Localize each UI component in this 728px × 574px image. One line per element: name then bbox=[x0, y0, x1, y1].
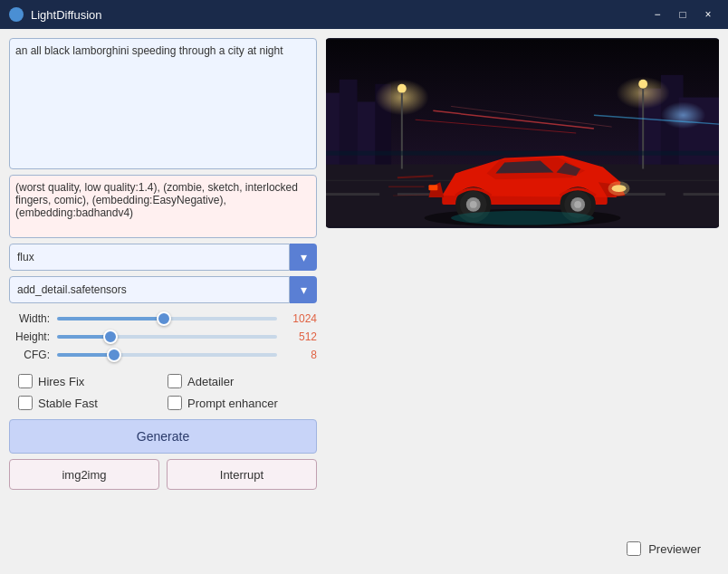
stable-fast-row: Stable Fast bbox=[18, 396, 158, 410]
width-slider[interactable] bbox=[57, 317, 277, 320]
prompt-enhancer-row: Prompt enhancer bbox=[168, 396, 308, 410]
svg-point-40 bbox=[574, 201, 581, 208]
stable-fast-label: Stable Fast bbox=[38, 397, 98, 410]
svg-rect-45 bbox=[326, 151, 719, 156]
width-value: 1024 bbox=[284, 312, 317, 325]
model-display[interactable]: flux bbox=[9, 244, 290, 271]
stable-fast-checkbox[interactable] bbox=[18, 396, 33, 410]
window-title: LightDiffusion bbox=[31, 8, 647, 22]
checkboxes-section: Hires Fix Adetailer Stable Fast Prompt e… bbox=[9, 370, 317, 414]
app-content: flux ▾ add_detail.safetensors ▾ Width: 1… bbox=[0, 29, 728, 574]
width-slider-row: Width: 1024 bbox=[9, 312, 317, 325]
svg-rect-22 bbox=[326, 193, 379, 196]
adetailer-label: Adetailer bbox=[187, 375, 234, 388]
hires-fix-checkbox[interactable] bbox=[18, 374, 33, 388]
lora-dropdown-btn[interactable]: ▾ bbox=[290, 276, 317, 303]
cfg-value: 8 bbox=[284, 349, 317, 361]
model-dropdown-btn[interactable]: ▾ bbox=[290, 244, 317, 271]
interrupt-button[interactable]: Interrupt bbox=[167, 459, 317, 490]
svg-point-36 bbox=[470, 201, 477, 208]
hires-fix-row: Hires Fix bbox=[18, 374, 158, 388]
svg-point-19 bbox=[661, 101, 705, 129]
svg-point-31 bbox=[608, 181, 630, 196]
height-slider-row: Height: 512 bbox=[9, 330, 317, 343]
generate-button[interactable]: Generate bbox=[9, 419, 317, 454]
prompt-enhancer-label: Prompt enhancer bbox=[187, 397, 278, 410]
maximize-button[interactable]: □ bbox=[672, 5, 694, 24]
adetailer-row: Adetailer bbox=[168, 374, 308, 388]
left-panel: flux ▾ add_detail.safetensors ▾ Width: 1… bbox=[9, 38, 317, 565]
right-panel: Previewer bbox=[326, 38, 719, 565]
svg-point-12 bbox=[398, 84, 407, 93]
image-preview bbox=[326, 38, 719, 228]
svg-rect-32 bbox=[428, 185, 437, 190]
previewer-row: Previewer bbox=[326, 538, 719, 565]
height-label: Height: bbox=[9, 330, 50, 343]
svg-rect-27 bbox=[684, 193, 719, 196]
svg-point-44 bbox=[451, 211, 594, 225]
previewer-label: Previewer bbox=[648, 542, 701, 556]
close-button[interactable]: × bbox=[697, 5, 719, 24]
adetailer-checkbox[interactable] bbox=[168, 374, 182, 388]
height-value: 512 bbox=[284, 330, 317, 343]
right-spacer bbox=[326, 235, 719, 531]
window-controls: − □ × bbox=[647, 5, 719, 24]
width-label: Width: bbox=[9, 312, 50, 325]
app-icon bbox=[9, 7, 24, 22]
positive-prompt-input[interactable] bbox=[9, 38, 317, 169]
car-image-svg bbox=[326, 38, 719, 228]
cfg-slider-row: CFG: 8 bbox=[9, 349, 317, 361]
lora-display[interactable]: add_detail.safetensors bbox=[9, 276, 290, 303]
height-slider[interactable] bbox=[57, 335, 277, 339]
negative-prompt-input[interactable] bbox=[9, 175, 317, 238]
sliders-section: Width: 1024 Height: 512 CFG: 8 bbox=[9, 309, 317, 365]
svg-point-15 bbox=[638, 80, 647, 89]
cfg-label: CFG: bbox=[9, 349, 50, 361]
prompt-enhancer-checkbox[interactable] bbox=[168, 396, 182, 410]
cfg-slider[interactable] bbox=[57, 353, 277, 357]
model-select-row: flux ▾ bbox=[9, 244, 317, 271]
lora-select-row: add_detail.safetensors ▾ bbox=[9, 276, 317, 303]
title-bar: LightDiffusion − □ × bbox=[0, 0, 728, 29]
minimize-button[interactable]: − bbox=[647, 5, 668, 24]
img2img-button[interactable]: img2img bbox=[9, 459, 159, 490]
bottom-buttons: img2img Interrupt bbox=[9, 459, 317, 490]
hires-fix-label: Hires Fix bbox=[38, 375, 84, 388]
previewer-checkbox[interactable] bbox=[627, 541, 641, 556]
